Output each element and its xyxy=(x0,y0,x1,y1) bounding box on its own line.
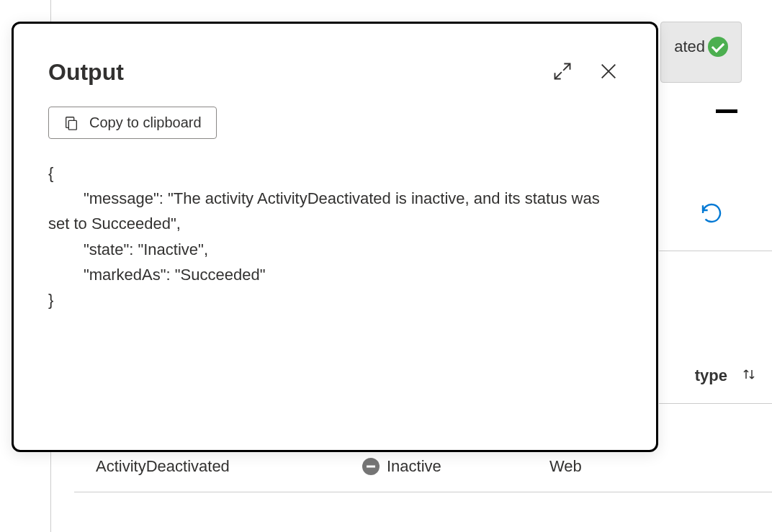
row-divider xyxy=(659,251,772,251)
row-status-text: Inactive xyxy=(387,457,441,476)
svg-rect-0 xyxy=(68,120,76,130)
refresh-button[interactable] xyxy=(700,202,723,227)
close-icon xyxy=(598,61,619,81)
check-circle-icon xyxy=(708,37,728,57)
row-status-cell: Inactive xyxy=(362,457,549,476)
json-output-content: { "message": "The activity ActivityDeact… xyxy=(48,161,621,312)
close-button[interactable] xyxy=(596,58,621,86)
row-type-text: Web xyxy=(549,457,582,476)
expand-button[interactable] xyxy=(549,58,575,86)
table-row[interactable]: ActivityDeactivated Inactive Web xyxy=(74,457,772,492)
validation-status-text: ated xyxy=(674,37,705,56)
header-divider xyxy=(659,403,772,404)
inactive-status-icon xyxy=(362,458,380,475)
expand-icon xyxy=(552,61,573,81)
copy-to-clipboard-button[interactable]: Copy to clipboard xyxy=(48,107,217,139)
output-dialog: Output Copy to clipboard { xyxy=(12,22,658,452)
column-header-label: type xyxy=(695,366,727,385)
validation-status-box: ated xyxy=(660,22,742,83)
column-header-type[interactable]: type xyxy=(695,366,758,386)
partial-element xyxy=(716,109,737,113)
copy-icon xyxy=(63,115,79,131)
dialog-title: Output xyxy=(48,59,124,86)
sort-icon xyxy=(740,366,758,386)
row-activity-name: ActivityDeactivated xyxy=(74,457,362,476)
copy-button-label: Copy to clipboard xyxy=(89,114,202,131)
dialog-header: Output xyxy=(48,58,621,86)
dialog-controls xyxy=(549,58,621,86)
